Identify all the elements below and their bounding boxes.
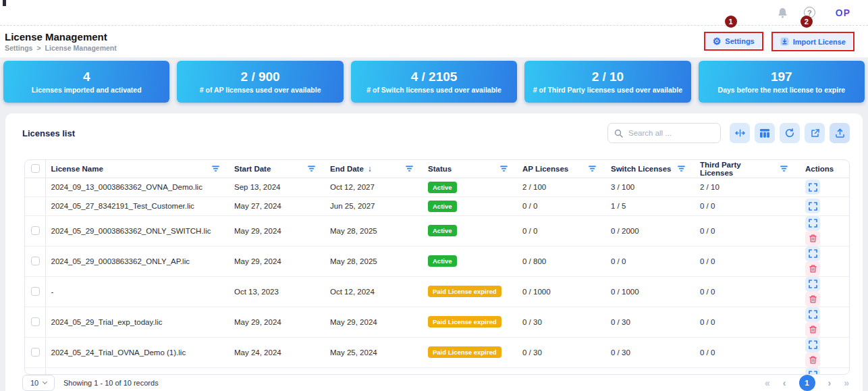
column-label[interactable]: AP Licenses [522, 165, 568, 173]
expand-row-button[interactable] [805, 307, 820, 322]
current-page[interactable]: 1 [799, 375, 815, 391]
actions-cell [797, 367, 849, 375]
third-party-licenses-cell: 0 / 0 [695, 337, 797, 367]
filter-icon[interactable] [212, 165, 223, 172]
actions-cell [797, 307, 849, 337]
status-badge: Paid License expired [428, 286, 501, 297]
avatar[interactable]: OP [832, 6, 855, 20]
search-box[interactable] [607, 123, 721, 143]
page-title-block: License Management Settings>License Mana… [5, 31, 117, 52]
switch-licenses-cell: 0 / 30 [605, 337, 695, 367]
switch-licenses-cell: 0 / 1000 [605, 276, 695, 307]
column-label[interactable]: End Date [330, 165, 364, 173]
expand-row-button[interactable] [805, 199, 820, 213]
actions-cell [797, 197, 849, 215]
column-label[interactable]: Third Party Licenses [700, 161, 776, 177]
license-name-cell: 2024_05_27_8342191_Test_Customer.lic [45, 197, 229, 215]
filter-icon[interactable] [780, 165, 792, 172]
start-date-cell: May 24, 2024 [229, 337, 325, 367]
delete-row-button[interactable] [805, 292, 820, 307]
next-page-button[interactable]: › [828, 377, 832, 388]
settings-button-label: Settings [725, 37, 754, 45]
expand-row-button[interactable] [805, 180, 820, 194]
actions-cell [797, 337, 849, 367]
row-checkbox-cell [25, 367, 45, 375]
start-date-cell: May 29, 2024 [229, 307, 325, 337]
last-page-button[interactable]: » [844, 377, 849, 388]
filter-icon[interactable] [589, 165, 600, 172]
filter-icon[interactable] [308, 165, 319, 172]
status-cell: Paid License expired [423, 276, 517, 307]
page-size-select[interactable]: 10 [22, 375, 55, 391]
delete-row-button[interactable] [805, 353, 820, 367]
expand-icon [809, 310, 817, 319]
toolbar-buttons [730, 123, 850, 143]
status-cell: Paid License expired [423, 367, 517, 375]
row-checkbox[interactable] [31, 317, 40, 326]
row-checkbox-cell [25, 215, 45, 246]
stats-row: 4Licenses imported and activated2 / 900#… [0, 57, 868, 103]
expand-row-button[interactable] [805, 368, 820, 375]
import-license-button[interactable]: Import License [774, 34, 852, 49]
ap-licenses-cell: 0 / 0 [517, 215, 605, 246]
breadcrumb-item[interactable]: License Management [45, 44, 117, 52]
table-footer: 10 Showing 1 - 10 of 10 records « ‹ 1 › … [22, 375, 849, 391]
status-badge: Active [428, 255, 457, 267]
license-name-cell: 2024_05_29_Trial_exp_today.lic [45, 307, 229, 337]
stat-card: 2 / 10# of Third Party licenses used ove… [524, 61, 690, 103]
filter-icon[interactable] [406, 165, 417, 172]
stat-value: 2 / 900 [241, 70, 280, 84]
row-checkbox-cell [25, 246, 45, 276]
table-row: 2024_05_24_Trial_OVNA_Demo (1).licMay 24… [25, 337, 849, 367]
row-checkbox[interactable] [31, 287, 40, 296]
ap-licenses-cell: 0 / 1000 [517, 276, 605, 307]
expand-icon [809, 249, 817, 258]
table-columns-button[interactable] [755, 123, 775, 143]
breadcrumb-item[interactable]: Settings [5, 44, 32, 52]
column-header-actions: Actions [797, 160, 849, 178]
fit-columns-button[interactable] [730, 123, 750, 143]
delete-row-button[interactable] [805, 261, 820, 276]
ap-licenses-cell: 0 / 30 [517, 367, 605, 375]
column-label[interactable]: License Name [51, 165, 103, 173]
stat-card: 4 / 2105# of Switch licenses used over a… [351, 61, 517, 103]
stat-value: 2 / 10 [592, 70, 624, 84]
first-page-button[interactable]: « [765, 377, 770, 388]
end-date-cell: Oct 12, 2027 [325, 178, 423, 197]
expand-row-button[interactable] [805, 216, 820, 231]
filter-icon[interactable] [678, 165, 689, 172]
row-checkbox[interactable] [31, 348, 40, 357]
row-checkbox[interactable] [31, 226, 40, 235]
prev-page-button[interactable]: ‹ [783, 377, 786, 388]
column-header-name: License Name [45, 160, 229, 178]
stat-card: 197Days before the next license to expir… [699, 61, 865, 103]
import-icon [780, 37, 789, 46]
column-label[interactable]: Switch Licenses [611, 165, 671, 173]
export-button[interactable] [805, 123, 825, 143]
notifications-bell-icon[interactable] [778, 7, 788, 18]
row-checkbox[interactable] [31, 257, 40, 265]
table-row: 2024_05_27_8342191_Test_Customer.licMay … [25, 197, 849, 215]
refresh-icon [785, 128, 794, 138]
search-input[interactable] [627, 128, 714, 138]
expand-row-button[interactable] [805, 338, 820, 353]
sort-desc-icon[interactable]: ↓ [368, 164, 372, 174]
upload-button[interactable] [830, 123, 850, 143]
column-header-check [25, 160, 45, 178]
select-all-checkbox[interactable] [31, 164, 40, 173]
export-icon [811, 129, 819, 138]
delete-icon [809, 234, 817, 242]
expand-row-button[interactable] [805, 246, 820, 261]
delete-row-button[interactable] [805, 322, 820, 337]
license-name-cell: 2024_05_24_Trial_OVNA_Demo (1).lic [45, 337, 229, 367]
delete-row-button[interactable] [805, 231, 820, 246]
refresh-button[interactable] [780, 123, 800, 143]
filter-icon[interactable] [500, 165, 512, 172]
column-label[interactable]: Status [428, 165, 452, 173]
column-header-third: Third Party Licenses [695, 160, 797, 178]
settings-button[interactable]: ⚙ Settings [706, 34, 761, 49]
status-cell: Active [423, 215, 517, 246]
status-badge: Active [428, 201, 457, 212]
column-label[interactable]: Start Date [234, 165, 271, 173]
expand-row-button[interactable] [805, 277, 820, 292]
